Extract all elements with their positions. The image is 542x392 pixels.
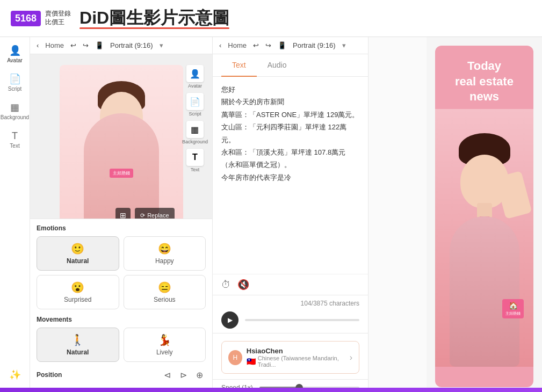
back-icon[interactable]: ‹: [37, 41, 39, 49]
voice-card-right[interactable]: H HsiaoChen 🇹🇼 Chinese (Taiwanese Mandar…: [221, 341, 359, 374]
replace-icon: ⟳: [140, 212, 145, 219]
preview-body: [450, 216, 519, 367]
mute-icon[interactable]: 🔇: [237, 279, 249, 291]
progress-bar: [245, 319, 359, 321]
bottom-bar: [0, 388, 542, 392]
text-line-6: 今年房市的代表字是冷: [221, 171, 359, 184]
sidebar-item-script[interactable]: 📄 Script: [0, 70, 30, 96]
text-line-4: 文山區：「元利四季莊園」單坪達 122萬元。: [221, 121, 359, 146]
side-tool-script-label: Script: [189, 111, 201, 117]
text-line-1: 您好: [221, 83, 359, 96]
emotion-natural[interactable]: 🙂 Natural: [37, 236, 119, 271]
tab-text[interactable]: Text: [221, 54, 257, 77]
replace-button[interactable]: ⟳ Replace: [135, 208, 174, 219]
editor-panel: 👤 Avatar 📄 Script ▦ Background T Text ✨ …: [0, 37, 427, 392]
canvas-toolbar: ‹ Home ↩ ↪ 📱 Portrait (9:16) ▾: [30, 37, 212, 54]
side-tools: 👤 Avatar 📄 Script ▦ Background T Text: [182, 65, 208, 172]
voice-lang-right: 🇹🇼 Chinese (Taiwanese Mandarin, Tradi...: [247, 355, 350, 368]
text-panel-toolbar: ‹ Home ↩ ↪ 📱 Portrait (9:16) ▾: [213, 37, 368, 54]
effects-icon[interactable]: ✨: [9, 369, 21, 381]
voice-chevron-right: ›: [350, 353, 352, 362]
tab-audio[interactable]: Audio: [257, 54, 298, 77]
avatar-badge: 主頻懸錢: [110, 169, 133, 178]
header: 5168 賣價登錄 比價王 DiD圖生影片示意圖: [0, 0, 542, 37]
movement-natural-icon: 🚶: [42, 333, 113, 346]
movement-natural[interactable]: 🚶 Natural: [37, 328, 119, 362]
logo-area: 5168 賣價登錄 比價王: [11, 10, 71, 26]
side-tool-avatar-label: Avatar: [188, 83, 202, 89]
panel-tabs: Text Audio: [213, 54, 368, 77]
redo-icon[interactable]: ↪: [83, 41, 89, 49]
preview-badge-text: 主頻懸錢: [505, 311, 521, 316]
natural-icon: 🙂: [42, 242, 113, 255]
preview-title: Today real estate news: [435, 46, 533, 109]
surprised-icon: 😮: [42, 281, 113, 294]
side-tool-text[interactable]: T: [186, 149, 204, 166]
side-tool-avatar[interactable]: 👤: [186, 65, 204, 82]
movements-title: Movements: [37, 316, 206, 323]
undo-icon-2[interactable]: ↩: [253, 41, 259, 49]
portrait-chevron-2[interactable]: ▾: [342, 41, 346, 49]
side-tool-avatar-wrap: 👤 Avatar: [182, 65, 208, 89]
sidebar-item-text[interactable]: T Text: [0, 127, 30, 153]
emotions-title: Emotions: [37, 224, 206, 232]
play-button[interactable]: ▶: [221, 311, 239, 329]
voice-avatar-right: H: [228, 350, 242, 365]
emotion-serious[interactable]: 😑 Serious: [124, 275, 206, 309]
position-label: Position: [37, 371, 156, 379]
voice-info-right: H HsiaoChen 🇹🇼 Chinese (Taiwanese Mandar…: [228, 347, 350, 368]
preview-panel: Today real estate news 🏠 主頻懸錢: [427, 37, 542, 392]
preview-avatar: 🏠 主頻懸錢: [435, 109, 533, 367]
align-center-icon[interactable]: ⊳: [177, 368, 190, 381]
char-count: 104/3875 characters: [221, 300, 359, 307]
text-content[interactable]: 您好 關於今天的房市新聞 萬華區：「ASTER ONE」單坪達 129萬元。 文…: [213, 77, 368, 274]
preview-card: Today real estate news 🏠 主頻懸錢: [435, 46, 533, 387]
avatar-figure: 主頻懸錢: [60, 65, 183, 219]
controls-area: Emotions 🙂 Natural 😄 Happy 😮 Surprised: [30, 219, 212, 392]
preview-badge: 🏠 主頻懸錢: [502, 299, 524, 318]
text-line-3: 萬華區：「ASTER ONE」單坪達 129萬元。: [221, 108, 359, 121]
timer-icon[interactable]: ⏱: [221, 279, 231, 291]
replace-overlay: ⊞ ⟳ Replace: [115, 208, 174, 219]
image-tool-btn[interactable]: ⊞: [115, 208, 131, 219]
voice-name-right: HsiaoChen: [247, 347, 350, 355]
position-icons: ⊲ ⊳ ⊕: [161, 368, 206, 381]
canvas-wrapper: 主頻懸錢 ⊞ ⟳ Replace 👤 Avata: [30, 54, 212, 219]
emotion-surprised[interactable]: 😮 Surprised: [37, 275, 119, 309]
movement-lively[interactable]: 💃 Lively: [124, 328, 206, 362]
side-tool-text-wrap: T Text: [182, 149, 208, 172]
home-button-right[interactable]: Home: [228, 41, 247, 49]
emotion-happy[interactable]: 😄 Happy: [124, 236, 206, 271]
undo-icon[interactable]: ↩: [70, 41, 76, 49]
home-button-left[interactable]: Home: [45, 41, 64, 49]
serious-icon: 😑: [129, 281, 200, 294]
portrait-label-2: Portrait (9:16): [293, 41, 335, 49]
play-row: ▶: [221, 311, 359, 329]
emotion-grid: 🙂 Natural 😄 Happy 😮 Surprised 😑 Serious: [37, 236, 206, 309]
movement-lively-icon: 💃: [129, 333, 200, 346]
voice-panel-right: H HsiaoChen 🇹🇼 Chinese (Taiwanese Mandar…: [213, 333, 368, 379]
movement-grid: 🚶 Natural 💃 Lively: [37, 328, 206, 362]
side-tool-bg-label: Background: [182, 139, 208, 144]
back-icon-2[interactable]: ‹: [219, 41, 221, 49]
logo-number: 5168: [11, 11, 41, 26]
avatar-icon: 👤: [9, 46, 21, 55]
text-panel: ‹ Home ↩ ↪ 📱 Portrait (9:16) ▾ Text Audi…: [213, 37, 368, 392]
device-icon-2: 📱: [278, 41, 286, 49]
audio-controls: 104/3875 characters ▶: [213, 295, 368, 333]
align-right-icon[interactable]: ⊕: [193, 368, 206, 381]
align-left-icon[interactable]: ⊲: [161, 368, 174, 381]
text-icon: T: [12, 131, 18, 141]
position-row: Position ⊲ ⊳ ⊕: [37, 368, 206, 381]
side-tool-script[interactable]: 📄: [186, 93, 204, 110]
portrait-chevron[interactable]: ▾: [160, 41, 163, 49]
side-tool-background-wrap: ▦ Background: [182, 121, 208, 144]
sidebar: 👤 Avatar 📄 Script ▦ Background T Text ✨ …: [0, 37, 30, 392]
sidebar-item-avatar[interactable]: 👤 Avatar: [0, 41, 30, 68]
sidebar-item-background[interactable]: ▦ Background: [0, 98, 30, 125]
happy-icon: 😄: [129, 242, 200, 255]
text-toolbar: ⏱ 🔇: [213, 274, 368, 295]
redo-icon-2[interactable]: ↪: [265, 41, 271, 49]
text-line-5: 永和區：「頂溪大苑」單坪達 107.8萬元（永和區單價之冠）。: [221, 146, 359, 171]
side-tool-background[interactable]: ▦: [186, 121, 204, 138]
